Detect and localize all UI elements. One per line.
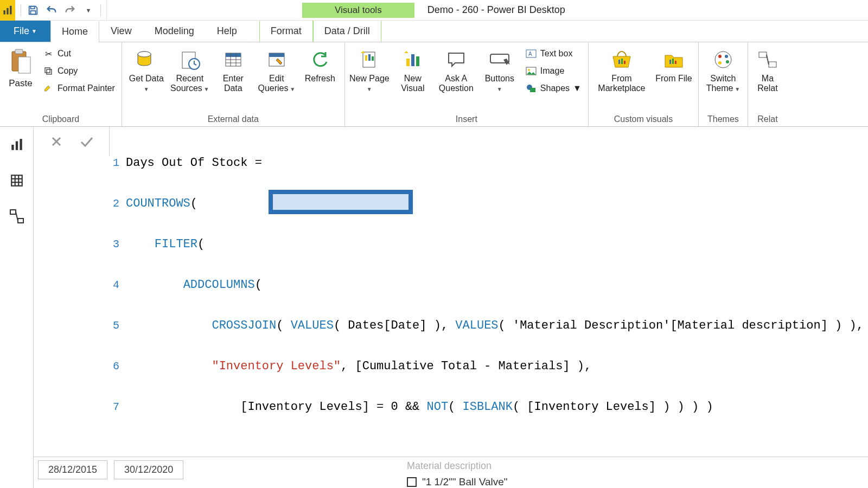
get-data-button[interactable]: Get Data ▼ [125, 44, 168, 96]
svg-point-33 [528, 69, 530, 71]
legend: Material description "1 1/2"" Ball Valve… [407, 460, 578, 488]
svg-rect-27 [411, 54, 414, 66]
app-logo [0, 0, 15, 21]
slicer-to-date[interactable]: 30/12/2020 [114, 460, 183, 479]
svg-rect-51 [15, 142, 17, 150]
manage-relationships-button[interactable]: MaRelat [751, 44, 784, 96]
new-page-icon [356, 47, 382, 73]
svg-point-43 [718, 55, 722, 58]
contextual-tab-header: Visual tools [302, 3, 414, 18]
new-visual-button[interactable]: New Visual [392, 44, 434, 96]
cancel-formula-button[interactable] [46, 131, 67, 152]
svg-point-45 [726, 60, 729, 63]
svg-rect-36 [618, 60, 620, 64]
tab-data-drill[interactable]: Data / Drill [313, 21, 381, 42]
svg-rect-15 [226, 53, 241, 57]
copy-button[interactable]: Copy [39, 63, 118, 79]
relationships-icon [755, 47, 781, 73]
shapes-button[interactable]: Shapes ▼ [522, 80, 585, 97]
from-file-icon [661, 47, 687, 73]
tab-modeling[interactable]: Modeling [143, 21, 206, 42]
svg-rect-28 [416, 56, 419, 66]
refresh-button[interactable]: Refresh [299, 44, 341, 86]
svg-rect-48 [769, 62, 776, 67]
svg-rect-25 [372, 56, 374, 61]
svg-point-46 [718, 61, 722, 65]
view-switcher [0, 127, 34, 488]
switch-theme-button[interactable]: Switch Theme ▼ [702, 44, 744, 96]
date-slicer[interactable]: 28/12/2015 30/12/2020 [38, 460, 342, 488]
svg-rect-7 [18, 57, 30, 73]
refresh-icon [307, 47, 333, 73]
svg-rect-9 [45, 68, 50, 73]
ribbon: Paste ✂Cut Copy Format Painter Clipboard… [0, 42, 868, 127]
marketplace-icon [609, 47, 635, 73]
button-icon [487, 47, 513, 73]
svg-rect-38 [624, 61, 626, 64]
tab-home[interactable]: Home [50, 21, 99, 42]
report-canvas: 1Days Out Of Stock = 2COUNTROWS( 3 FILTE… [34, 127, 868, 488]
data-view-icon[interactable] [9, 172, 25, 189]
tab-file[interactable]: File ▼ [0, 21, 50, 42]
new-page-button[interactable]: New Page ▼ [348, 44, 391, 96]
undo-icon[interactable] [45, 4, 58, 17]
svg-rect-8 [47, 69, 52, 74]
svg-rect-24 [368, 54, 371, 61]
ribbon-group-themes: Switch Theme ▼ Themes [699, 42, 748, 126]
legend-item[interactable]: "1 1/2"" Ball Valve" [407, 476, 578, 488]
svg-rect-35 [530, 88, 535, 92]
report-view-icon[interactable] [9, 137, 25, 153]
svg-rect-1 [7, 8, 8, 14]
recent-sources-button[interactable]: Recent Sources ▼ [169, 44, 211, 96]
ribbon-tabs: File ▼ Home View Modeling Help Format Da… [0, 21, 868, 42]
svg-rect-52 [20, 139, 22, 150]
textbox-button[interactable]: AText box [522, 46, 585, 62]
svg-rect-47 [759, 52, 767, 57]
svg-rect-41 [675, 61, 676, 64]
quick-access-toolbar: ▼ [15, 0, 107, 20]
title-bar: ▼ Visual tools Demo - 260 - Power BI Des… [0, 0, 868, 21]
svg-line-49 [767, 55, 769, 65]
buttons-button[interactable]: Buttons▼ [478, 44, 521, 96]
from-marketplace-button[interactable]: From Marketplace [592, 44, 652, 96]
cut-button[interactable]: ✂Cut [39, 46, 118, 62]
edit-queries-button[interactable]: Edit Queries ▼ [256, 44, 298, 96]
svg-rect-21 [269, 53, 284, 57]
tab-help[interactable]: Help [206, 21, 248, 42]
svg-rect-26 [406, 59, 410, 66]
svg-point-42 [715, 52, 731, 68]
svg-rect-6 [15, 49, 23, 54]
image-icon [525, 65, 537, 77]
image-button[interactable]: Image [522, 63, 585, 79]
dax-editor[interactable]: 1Days Out Of Stock = 2COUNTROWS( 3 FILTE… [110, 127, 868, 457]
enter-data-button[interactable]: Enter Data [212, 44, 254, 96]
database-icon [133, 47, 159, 73]
format-painter-button[interactable]: Format Painter [39, 80, 118, 97]
model-view-icon[interactable] [9, 208, 25, 224]
save-icon[interactable] [27, 4, 40, 17]
svg-rect-4 [30, 10, 35, 14]
svg-rect-39 [669, 60, 671, 64]
window-title: Demo - 260 - Power BI Desktop [414, 4, 578, 16]
tab-view[interactable]: View [99, 21, 143, 42]
table-icon [220, 47, 246, 73]
qat-dropdown-icon[interactable]: ▼ [82, 4, 95, 17]
from-file-button[interactable]: From File [653, 44, 695, 86]
tab-format[interactable]: Format [259, 21, 313, 42]
svg-rect-23 [365, 55, 367, 61]
slicer-from-date[interactable]: 28/12/2015 [38, 460, 107, 479]
commit-formula-button[interactable] [76, 131, 97, 152]
svg-line-60 [16, 212, 18, 221]
shapes-icon [525, 82, 537, 94]
redo-icon[interactable] [63, 4, 76, 17]
copy-icon [42, 65, 54, 77]
svg-rect-53 [11, 175, 22, 186]
recent-icon [177, 47, 203, 73]
svg-rect-37 [621, 59, 623, 64]
ribbon-group-clipboard: Paste ✂Cut Copy Format Painter Clipboard [0, 42, 122, 126]
svg-rect-58 [10, 210, 16, 214]
ask-question-button[interactable]: Ask A Question [435, 44, 477, 96]
paste-button[interactable]: Paste [3, 44, 38, 91]
palette-icon [710, 47, 736, 73]
svg-text:A: A [528, 51, 532, 57]
